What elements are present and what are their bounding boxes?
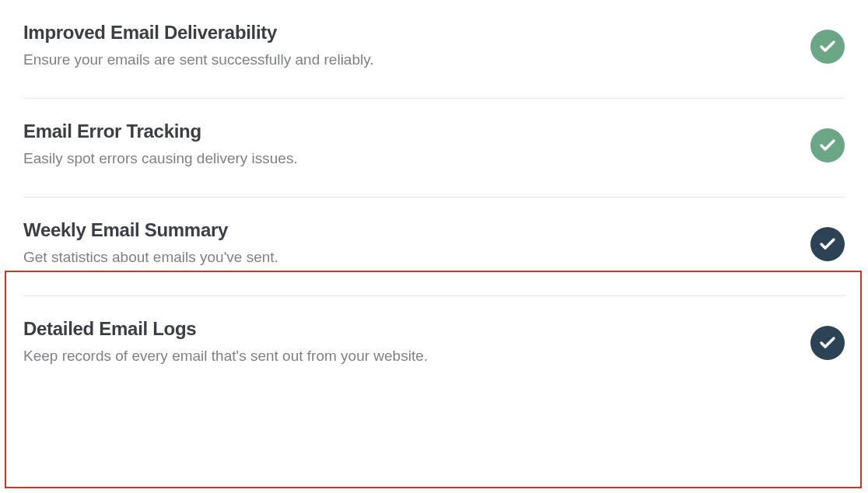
checkmark-icon <box>818 334 837 352</box>
check-badge <box>810 326 845 360</box>
feature-description: Ensure your emails are sent successfully… <box>23 51 810 68</box>
feature-row-weekly-summary: Weekly Email Summary Get statistics abou… <box>23 198 845 296</box>
feature-row-error-tracking: Email Error Tracking Easily spot errors … <box>23 99 845 198</box>
check-badge <box>810 30 845 64</box>
checkmark-icon <box>818 136 837 155</box>
feature-text: Improved Email Deliverability Ensure you… <box>23 22 810 68</box>
feature-text: Detailed Email Logs Keep records of ever… <box>23 318 810 365</box>
feature-row-deliverability: Improved Email Deliverability Ensure you… <box>23 0 845 99</box>
feature-title: Improved Email Deliverability <box>23 22 810 44</box>
feature-text: Weekly Email Summary Get statistics abou… <box>23 219 810 266</box>
feature-description: Easily spot errors causing delivery issu… <box>23 150 810 167</box>
feature-row-detailed-logs: Detailed Email Logs Keep records of ever… <box>23 296 845 372</box>
checkmark-icon <box>818 235 837 253</box>
feature-title: Detailed Email Logs <box>23 318 810 340</box>
feature-description: Get statistics about emails you've sent. <box>23 249 810 266</box>
feature-description: Keep records of every email that's sent … <box>23 348 810 365</box>
checkmark-icon <box>818 37 837 56</box>
features-list: Improved Email Deliverability Ensure you… <box>0 0 868 372</box>
feature-title: Email Error Tracking <box>23 121 810 142</box>
check-badge <box>810 128 845 163</box>
check-badge <box>810 227 845 261</box>
feature-text: Email Error Tracking Easily spot errors … <box>23 121 810 167</box>
feature-title: Weekly Email Summary <box>23 219 810 241</box>
